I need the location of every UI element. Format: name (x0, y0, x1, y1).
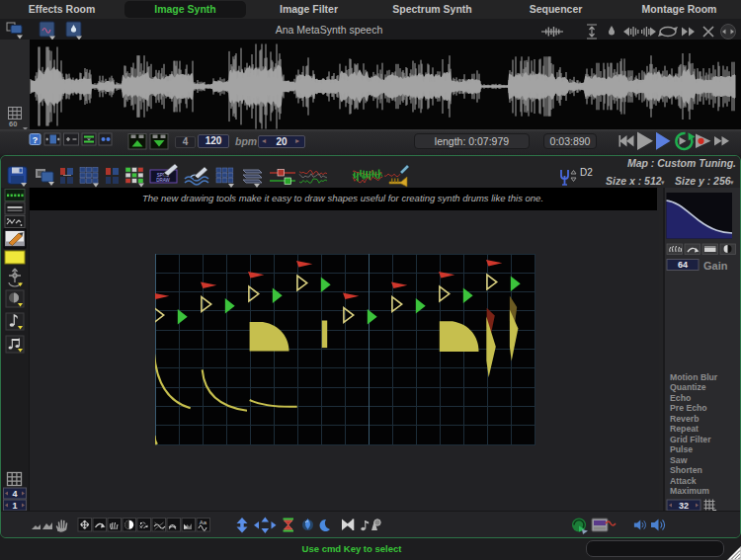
svg-text:DRAW: DRAW (156, 178, 170, 183)
svg-text:Gain: Gain (703, 260, 728, 272)
svg-text:1: 1 (12, 501, 17, 511)
svg-text:?: ? (33, 135, 39, 145)
svg-text:64: 64 (678, 260, 688, 270)
svg-text:4: 4 (12, 489, 17, 499)
svg-text:32: 32 (679, 501, 689, 511)
svg-text:Aa: Aa (200, 520, 207, 525)
